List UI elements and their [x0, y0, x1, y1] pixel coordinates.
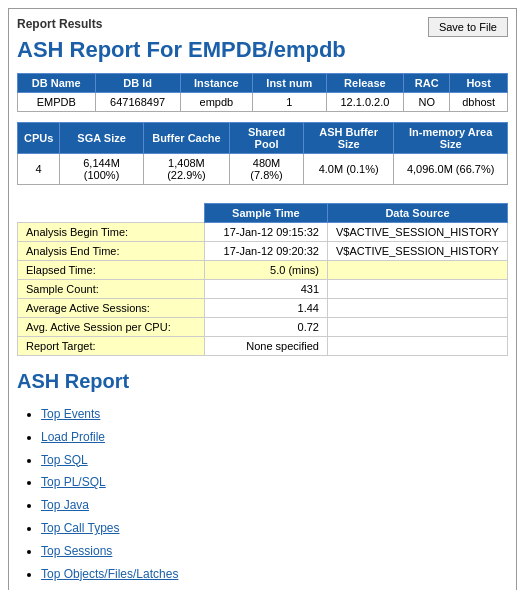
ash-report-title: ASH Report: [17, 370, 508, 393]
memory-cell: 4: [18, 154, 60, 185]
memory-cell: 480M (7.8%): [230, 154, 304, 185]
stats-table: Sample Time Data Source Analysis Begin T…: [17, 203, 508, 356]
db-info-header: Host: [450, 74, 508, 93]
stats-value: 17-Jan-12 09:15:32: [204, 223, 327, 242]
memory-cell: 4.0M (0.1%): [303, 154, 393, 185]
db-info-cell: empdb: [180, 93, 252, 112]
ash-report-link-list: Top EventsLoad ProfileTop SQLTop PL/SQLT…: [17, 403, 508, 590]
db-info-header: DB Id: [95, 74, 180, 93]
db-info-cell: 647168497: [95, 93, 180, 112]
db-info-cell: dbhost: [450, 93, 508, 112]
report-container: Report Results Save to File ASH Report F…: [8, 8, 517, 590]
ash-report-link[interactable]: Top Sessions: [41, 544, 112, 558]
stats-source: [328, 261, 508, 280]
stats-label: Analysis Begin Time:: [18, 223, 205, 242]
stats-value: None specified: [204, 337, 327, 356]
ash-report-link[interactable]: Top Call Types: [41, 521, 120, 535]
stats-col-sample-time: Sample Time: [204, 204, 327, 223]
stats-label: Analysis End Time:: [18, 242, 205, 261]
stats-value: 1.44: [204, 299, 327, 318]
db-info-table: DB NameDB IdInstanceInst numReleaseRACHo…: [17, 73, 508, 112]
stats-source: V$ACTIVE_SESSION_HISTORY: [328, 223, 508, 242]
memory-header: ASH Buffer Size: [303, 123, 393, 154]
memory-cell: 6,144M (100%): [60, 154, 143, 185]
ash-report-link[interactable]: Top SQL: [41, 453, 88, 467]
memory-cell: 1,408M (22.9%): [143, 154, 229, 185]
save-to-file-button[interactable]: Save to File: [428, 17, 508, 37]
stats-value: 431: [204, 280, 327, 299]
memory-header: SGA Size: [60, 123, 143, 154]
memory-header: Shared Pool: [230, 123, 304, 154]
report-results-label: Report Results: [17, 17, 102, 31]
memory-cell: 4,096.0M (66.7%): [394, 154, 508, 185]
ash-report-link[interactable]: Load Profile: [41, 430, 105, 444]
stats-label: Report Target:: [18, 337, 205, 356]
db-info-cell: 1: [252, 93, 326, 112]
memory-header: Buffer Cache: [143, 123, 229, 154]
stats-source: [328, 318, 508, 337]
page-title: ASH Report For EMPDB/empdb: [17, 37, 508, 63]
stats-col-data-source: Data Source: [328, 204, 508, 223]
ash-report-link[interactable]: Top PL/SQL: [41, 475, 106, 489]
db-info-cell: 12.1.0.2.0: [326, 93, 404, 112]
stats-source: [328, 337, 508, 356]
ash-report-link[interactable]: Top Objects/Files/Latches: [41, 567, 178, 581]
stats-source: V$ACTIVE_SESSION_HISTORY: [328, 242, 508, 261]
stats-source: [328, 299, 508, 318]
stats-value: 17-Jan-12 09:20:32: [204, 242, 327, 261]
db-info-cell: NO: [404, 93, 450, 112]
stats-label: Average Active Sessions:: [18, 299, 205, 318]
stats-value: 0.72: [204, 318, 327, 337]
stats-source: [328, 280, 508, 299]
ash-report-link[interactable]: Top Events: [41, 407, 100, 421]
stats-label: Avg. Active Session per CPU:: [18, 318, 205, 337]
memory-header: In-memory Area Size: [394, 123, 508, 154]
stats-label: Elapsed Time:: [18, 261, 205, 280]
memory-header: CPUs: [18, 123, 60, 154]
stats-value: 5.0 (mins): [204, 261, 327, 280]
db-info-header: Inst num: [252, 74, 326, 93]
db-info-header: DB Name: [18, 74, 96, 93]
db-info-header: Release: [326, 74, 404, 93]
db-info-cell: EMPDB: [18, 93, 96, 112]
db-info-header: RAC: [404, 74, 450, 93]
db-info-header: Instance: [180, 74, 252, 93]
stats-label: Sample Count:: [18, 280, 205, 299]
ash-report-link[interactable]: Top Java: [41, 498, 89, 512]
memory-table: CPUsSGA SizeBuffer CacheShared PoolASH B…: [17, 122, 508, 185]
